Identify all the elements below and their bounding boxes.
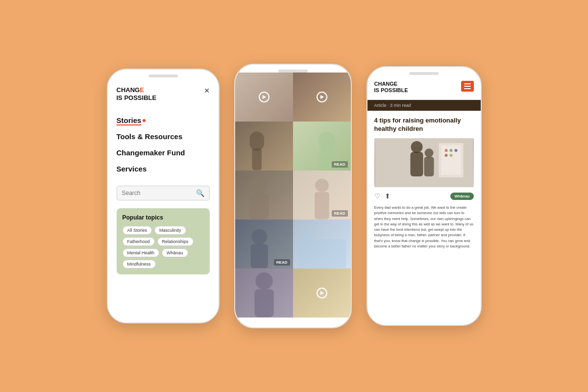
article-body-text: Every dad wants to do a great job. We wa… [374,205,474,249]
phone-1-header: CHANGE IS POSSIBLE × [117,86,210,101]
tag-mindfulness[interactable]: Mindfulness [122,260,156,269]
svg-rect-7 [315,192,329,219]
svg-point-11 [302,230,312,240]
tag-fatherhood[interactable]: Fatherhood [122,237,155,246]
stories-grid: READ READ READ [235,73,351,322]
logo-line1: CHANG [117,86,140,94]
article-actions: ♡ ⬆ Whānau [374,192,474,200]
play-button-10[interactable] [317,288,327,298]
read-badge-7: READ [274,259,290,266]
play-button-2[interactable] [317,92,327,102]
nav-item-stories[interactable]: Stories [117,112,210,128]
article-logo: CHANGE IS POSSIBLE [374,81,408,94]
svg-point-18 [449,149,452,152]
play-button-1[interactable] [259,92,270,102]
svg-point-12 [255,272,272,290]
nav-item-services[interactable]: Services [117,161,210,177]
like-icon[interactable]: ♡ [374,192,381,200]
article-meta-bar: Article · 3 min read [368,100,481,111]
read-badge-6: READ [332,210,348,217]
svg-rect-1 [252,148,262,170]
topics-tags: All Stories Masculinity Fatherhood Relat… [122,226,204,269]
grid-cell-3[interactable] [235,122,293,171]
nav-item-tools[interactable]: Tools & Resources [117,128,210,145]
tag-relationships[interactable]: Relationships [157,237,194,246]
svg-point-4 [250,177,268,194]
article-logo-line1: CHANG [374,81,394,87]
svg-rect-10 [297,239,345,268]
phone-article: CHANGE IS POSSIBLE Article · 3 min read … [367,66,482,326]
hamburger-menu[interactable] [461,81,474,92]
read-badge-4: READ [332,161,348,168]
article-content: CHANGE IS POSSIBLE Article · 3 min read … [368,75,481,320]
article-meta: Article · 3 min read [374,103,411,108]
close-button[interactable]: × [204,86,210,95]
tag-whanau[interactable]: Whānau [162,248,188,257]
grid-cell-6[interactable]: READ [293,171,351,220]
svg-rect-9 [250,244,268,268]
svg-rect-5 [249,194,269,219]
share-icon[interactable]: ⬆ [385,192,391,200]
svg-point-22 [411,141,422,153]
nav-item-changemaker[interactable]: Changemaker Fund [117,145,210,161]
tag-all-stories[interactable]: All Stories [122,226,152,235]
menu-line-3 [464,88,471,89]
grid-cell-1[interactable] [235,73,293,122]
svg-point-19 [454,149,457,152]
search-input[interactable] [122,190,196,196]
grid-cell-4[interactable]: READ [293,122,351,171]
svg-point-2 [318,132,335,151]
grid-cell-9[interactable] [235,269,293,318]
whanau-badge: Whānau [450,193,473,200]
phone-menu: CHANGE IS POSSIBLE × Stories Tools & Res… [107,69,220,323]
tag-mental-health[interactable]: Mental Health [122,248,160,257]
article-body: 4 tips for raising emotionally healthy c… [368,111,481,255]
menu-line-2 [464,86,471,87]
svg-point-20 [444,154,447,157]
logo-1: CHANGE IS POSSIBLE [117,86,157,101]
article-logo-line2: IS POSSIBLE [374,87,408,94]
grid-cell-7[interactable]: READ [235,220,293,269]
svg-rect-23 [410,152,423,176]
action-icons: ♡ ⬆ [374,192,391,200]
svg-point-24 [424,148,433,157]
search-bar: 🔍 [117,186,210,200]
svg-rect-13 [254,289,273,317]
nav-menu: Stories Tools & Resources Changemaker Fu… [117,112,210,177]
phone-grid: READ READ READ [234,64,352,328]
svg-rect-25 [424,157,434,176]
svg-point-21 [449,154,452,157]
logo-highlight: E [140,86,144,94]
grid-cell-10[interactable] [293,269,351,318]
menu-line-1 [464,83,471,84]
logo-line2: IS POSSIBLE [117,94,157,102]
grid-cell-2[interactable] [293,73,351,122]
popular-topics-section: Popular topics All Stories Masculinity F… [117,208,210,274]
svg-point-17 [444,149,447,152]
grid-cell-5[interactable] [235,171,293,220]
article-image [374,138,474,187]
svg-rect-0 [249,132,264,151]
article-header: CHANGE IS POSSIBLE [368,75,481,100]
article-logo-highlight: E [394,81,397,87]
svg-point-6 [315,179,329,193]
svg-point-8 [251,229,267,245]
grid-cell-8[interactable] [293,220,351,269]
tag-masculinity[interactable]: Masculinity [154,226,186,235]
popular-topics-title: Popular topics [122,214,204,221]
article-title: 4 tips for raising emotionally healthy c… [374,117,474,133]
search-icon: 🔍 [196,189,204,197]
